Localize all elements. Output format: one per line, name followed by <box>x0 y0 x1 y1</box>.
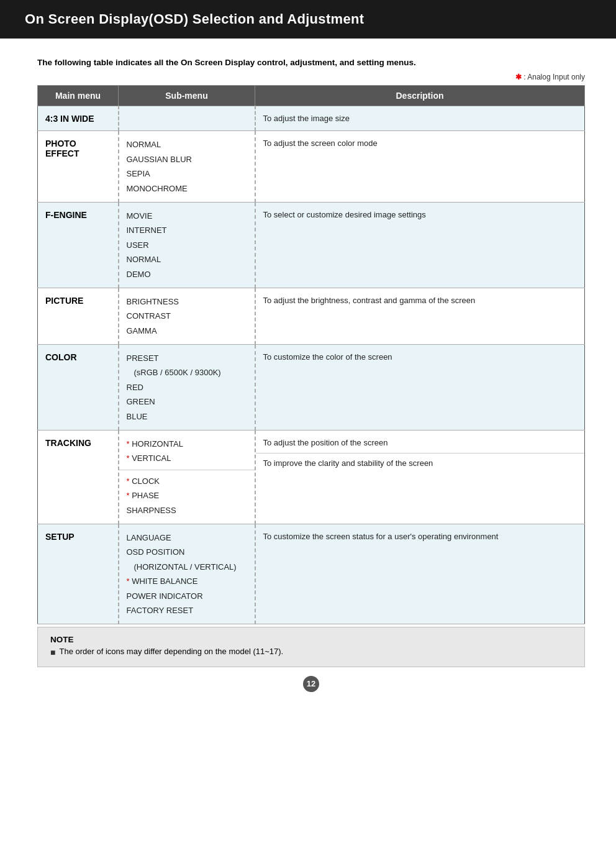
sub-item: LANGUAGE <box>127 531 247 545</box>
page-number: 12 <box>303 676 319 692</box>
main-content: The following table indicates all the On… <box>0 39 616 717</box>
sub-item: PRESET <box>127 351 247 365</box>
sub-menu-cell-tracking: * HORIZONTAL * VERTICAL * CLOCK <box>119 431 255 524</box>
desc-cell: To customize the screen status for a use… <box>255 524 585 624</box>
note-body: ■ The order of icons may differ dependin… <box>50 647 572 659</box>
sub-item: CONTRAST <box>127 309 247 323</box>
desc-cell: To select or customize desired image set… <box>255 202 585 288</box>
note-bullet: ■ <box>50 647 55 659</box>
table-row: F-ENGINE MOVIE INTERNET USER NORMAL DEMO… <box>38 202 585 288</box>
main-menu-label: PICTURE <box>38 288 119 344</box>
tracking-sub-top: * HORIZONTAL * VERTICAL <box>119 431 255 470</box>
sub-item: RED <box>127 380 247 394</box>
sub-menu-cell: PRESET (sRGB / 6500K / 9300K) RED GREEN … <box>119 345 255 431</box>
sub-menu-cell: LANGUAGE OSD POSITION (HORIZONTAL / VERT… <box>119 524 255 624</box>
sub-item: * HORIZONTAL <box>127 437 247 451</box>
col-header-desc: Description <box>255 85 585 106</box>
sub-item: MONOCHROME <box>127 181 247 196</box>
table-header-row: Main menu Sub-menu Description <box>38 85 585 106</box>
page-title: On Screen Display(OSD) Selection and Adj… <box>25 11 364 27</box>
star-symbol: ✱ <box>515 73 522 81</box>
main-menu-label: F-ENGINE <box>38 202 119 288</box>
sub-item: NORMAL <box>127 252 247 267</box>
sub-item: * WHITE BALANCE <box>127 574 247 588</box>
sub-item: FACTORY RESET <box>127 603 247 617</box>
sub-item: (HORIZONTAL / VERTICAL) <box>127 560 247 574</box>
sub-item: INTERNET <box>127 223 247 237</box>
sub-item: OSD POSITION <box>127 545 247 559</box>
osd-table: Main menu Sub-menu Description 4:3 IN WI… <box>37 85 585 624</box>
main-menu-label: TRACKING <box>38 431 119 524</box>
sub-item: * VERTICAL <box>127 451 247 465</box>
desc-cell: To customize the color of the screen <box>255 345 585 431</box>
sub-item: SEPIA <box>127 166 247 181</box>
table-row: SETUP LANGUAGE OSD POSITION (HORIZONTAL … <box>38 524 585 624</box>
sub-item: BLUE <box>127 409 247 424</box>
desc-cell-tracking: To adjust the position of the screen To … <box>255 431 585 524</box>
sub-item: * PHASE <box>127 488 247 503</box>
sub-menu-cell: NORMAL GAUSSIAN BLUR SEPIA MONOCHROME <box>119 131 255 203</box>
col-header-main: Main menu <box>38 85 119 106</box>
note-section: NOTE ■ The order of icons may differ dep… <box>37 627 585 667</box>
desc-cell: To adjust the image size <box>255 106 585 131</box>
sub-item: BRIGHTNESS <box>127 294 247 309</box>
analog-note: ✱ : Analog Input only <box>37 73 585 81</box>
page-header: On Screen Display(OSD) Selection and Adj… <box>0 0 616 39</box>
note-text: The order of icons may differ depending … <box>59 647 283 656</box>
main-menu-label: SETUP <box>38 524 119 624</box>
sub-menu-cell: BRIGHTNESS CONTRAST GAMMA <box>119 288 255 344</box>
desc-cell: To adjust the brightness, contrast and g… <box>255 288 585 344</box>
table-row: COLOR PRESET (sRGB / 6500K / 9300K) RED … <box>38 345 585 431</box>
sub-item: DEMO <box>127 267 247 281</box>
table-row: PHOTO EFFECT NORMAL GAUSSIAN BLUR SEPIA … <box>38 131 585 203</box>
sub-item: GAUSSIAN BLUR <box>127 152 247 166</box>
intro-text: The following table indicates all the On… <box>37 57 585 69</box>
sub-item: POWER INDICATOR <box>127 589 247 603</box>
table-row: TRACKING * HORIZONTAL * VERTICAL <box>38 431 585 524</box>
sub-item: SHARPNESS <box>127 503 247 517</box>
table-row: 4:3 IN WIDE To adjust the image size <box>38 106 585 131</box>
sub-item: NORMAL <box>127 137 247 152</box>
tracking-desc-top: To adjust the position of the screen <box>256 431 585 453</box>
desc-cell: To adjust the screen color mode <box>255 131 585 203</box>
col-header-sub: Sub-menu <box>119 85 255 106</box>
main-menu-label: COLOR <box>38 345 119 431</box>
sub-item: GREEN <box>127 394 247 409</box>
main-menu-label: 4:3 IN WIDE <box>38 106 119 131</box>
table-row: PICTURE BRIGHTNESS CONTRAST GAMMA To adj… <box>38 288 585 344</box>
tracking-sub-bottom: * CLOCK * PHASE SHARPNESS <box>119 470 255 524</box>
sub-item: MOVIE <box>127 209 247 223</box>
sub-item: GAMMA <box>127 324 247 338</box>
page-number-container: 12 <box>37 676 585 692</box>
main-menu-label: PHOTO EFFECT <box>38 131 119 203</box>
sub-menu-cell <box>119 106 255 131</box>
sub-item: (sRGB / 6500K / 9300K) <box>127 365 247 380</box>
sub-item: USER <box>127 238 247 252</box>
sub-menu-cell: MOVIE INTERNET USER NORMAL DEMO <box>119 202 255 288</box>
note-title: NOTE <box>50 635 572 644</box>
sub-item: * CLOCK <box>127 474 247 488</box>
tracking-desc-bottom: To improve the clarity and stability of … <box>256 453 585 476</box>
